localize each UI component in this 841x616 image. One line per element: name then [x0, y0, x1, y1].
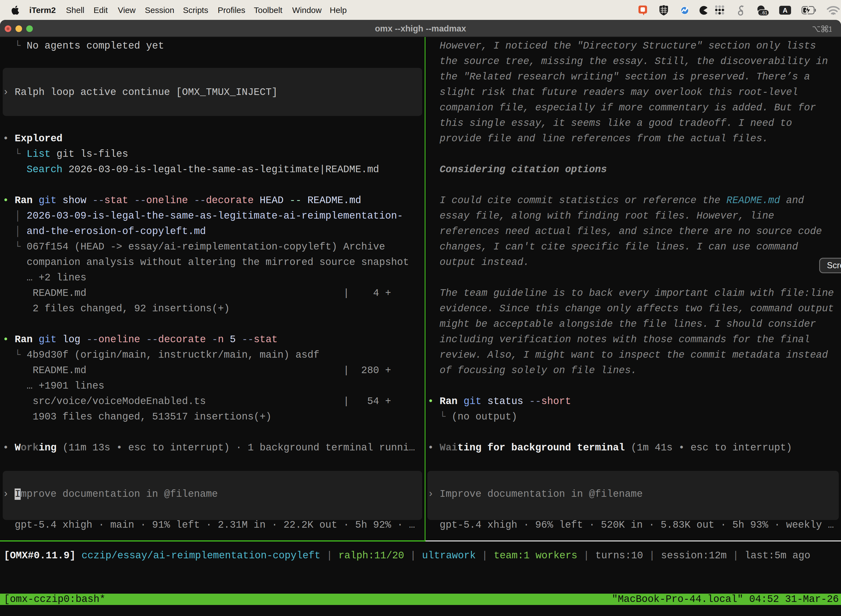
svg-text:A: A [783, 7, 787, 14]
svg-text:1: 1 [828, 25, 832, 34]
svg-text:..61: ..61 [760, 10, 768, 15]
